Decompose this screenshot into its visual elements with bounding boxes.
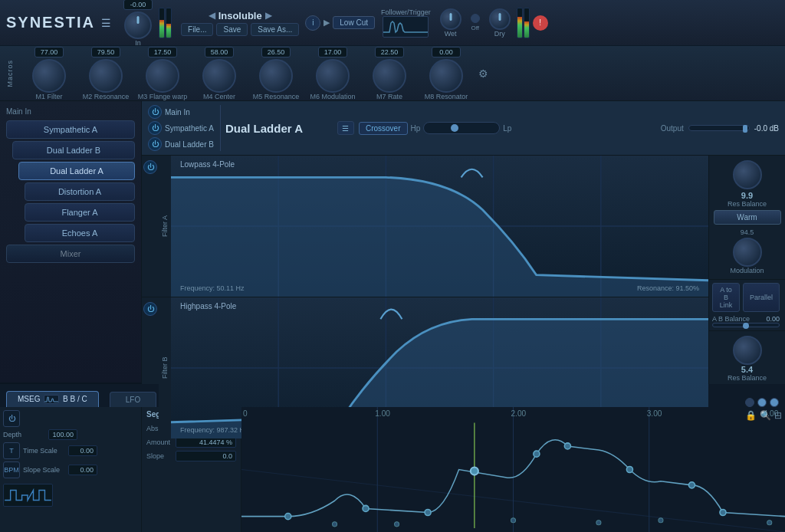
- macro-value-6: 17.00: [318, 47, 347, 57]
- sidebar-item-mixer[interactable]: Mixer: [6, 245, 135, 263]
- macro-knob-6: 17.00 M6 Modulation: [305, 47, 360, 100]
- menu-icon[interactable]: ☰: [101, 17, 111, 29]
- depth-label: Depth: [3, 431, 45, 438]
- power-sympathetic[interactable]: ⏻: [148, 121, 162, 135]
- svg-point-31: [395, 522, 399, 527]
- macro-circle-2[interactable]: [89, 59, 123, 93]
- trigger-dot-3[interactable]: [770, 398, 779, 407]
- zoom-icon[interactable]: 🔍: [760, 410, 771, 421]
- ab-balance-slider[interactable]: [712, 323, 780, 327]
- wet-knob-circle[interactable]: [440, 8, 461, 30]
- sidebar-item-dual-ladder-b[interactable]: Dual Ladder B: [12, 141, 135, 159]
- crossover-slider[interactable]: [423, 122, 500, 134]
- macro-circle-5[interactable]: [259, 59, 293, 93]
- macro-circle-7[interactable]: [373, 59, 406, 93]
- macros-label: Macros: [6, 60, 14, 87]
- power-filter-b[interactable]: ⏻: [143, 302, 157, 316]
- tab-lfo[interactable]: LFO: [110, 392, 156, 407]
- svg-text:3.00: 3.00: [647, 409, 662, 418]
- knob-in-label: In: [135, 39, 141, 47]
- lowcut-button[interactable]: Low Cut: [333, 16, 375, 29]
- power-filter-a[interactable]: ⏻: [143, 160, 157, 174]
- macro-knob-3: 17.50 M3 Flange warp: [135, 47, 190, 100]
- off-label: Off: [471, 25, 479, 31]
- info-button[interactable]: i: [305, 15, 320, 31]
- tab-mseg[interactable]: MSEG B B / C: [6, 391, 99, 407]
- parallel-button[interactable]: Parallel: [743, 283, 780, 312]
- left-controls: ⏻ Depth 100.00 T Time Scale 0.00 BPM Slo…: [0, 407, 142, 532]
- dry-knob-circle[interactable]: [489, 8, 511, 30]
- svg-point-29: [720, 509, 726, 515]
- main-in-knob: -0.00 In: [123, 0, 153, 47]
- macro-value-5: 26.50: [261, 47, 291, 57]
- modulation-a-knob[interactable]: [733, 238, 762, 267]
- file-button[interactable]: File...: [181, 23, 213, 36]
- macro-value-1: 77.00: [34, 47, 64, 57]
- sidebar-item-sympathetic-a[interactable]: Sympathetic A: [6, 120, 135, 139]
- filter-panel: ⏻ Main In ⏻ Sympathetic A ⏻ Dual Ladder …: [142, 101, 785, 383]
- warm-button[interactable]: Warm: [714, 210, 781, 225]
- ab-balance-value: 0.00: [766, 315, 780, 323]
- nav-left-arrow[interactable]: ◀: [209, 10, 215, 21]
- vu-right: [166, 8, 172, 38]
- macro-circle-1[interactable]: [32, 59, 66, 93]
- macro-knob-1: 77.00 M1 Filter: [21, 47, 77, 100]
- lp-label: Lp: [503, 124, 511, 133]
- filter-menu-button[interactable]: ☰: [337, 121, 354, 135]
- follower-label: Follower/Trigger: [381, 8, 431, 16]
- macro-circle-4[interactable]: [202, 59, 236, 93]
- macro-value-3: 17.50: [148, 47, 177, 57]
- power-dual-b[interactable]: ⏻: [148, 137, 162, 151]
- bpm-button[interactable]: BPM: [3, 461, 20, 478]
- output-slider[interactable]: [688, 125, 750, 131]
- hp-label: Hp: [411, 124, 421, 133]
- expand-icon[interactable]: ⊟: [774, 410, 782, 421]
- trigger-dot-1[interactable]: [745, 398, 754, 407]
- b-label: B: [63, 395, 68, 403]
- macro-circle-8[interactable]: [429, 59, 463, 93]
- filter-b-side-label: Filter B: [159, 297, 171, 438]
- link-parallel-buttons: A to B Link Parallel: [712, 283, 780, 312]
- nav-right-arrow[interactable]: ▶: [265, 10, 272, 21]
- svg-point-28: [688, 482, 695, 488]
- save-as-button[interactable]: Save As...: [251, 23, 299, 36]
- vu-left: [159, 8, 165, 38]
- res-balance-b-knob[interactable]: [733, 336, 762, 365]
- macro-label-3: M3 Flange warp: [138, 93, 188, 100]
- amount-label: Amount: [146, 438, 176, 446]
- alert-button[interactable]: !: [533, 15, 548, 31]
- svg-point-34: [659, 518, 663, 523]
- dry-label: Dry: [494, 30, 505, 38]
- crossover-button[interactable]: Crossover: [359, 122, 408, 135]
- knob-in-circle[interactable]: [124, 11, 152, 39]
- ab-balance-thumb: [743, 323, 749, 329]
- wet-label: Wet: [445, 30, 457, 38]
- res-balance-a-knob[interactable]: [733, 160, 762, 189]
- macro-circle-3[interactable]: [146, 59, 179, 93]
- gear-icon[interactable]: ⚙: [478, 67, 488, 80]
- off-dot[interactable]: [471, 14, 480, 23]
- a-to-b-link-button[interactable]: A to B Link: [712, 283, 740, 312]
- t-button[interactable]: T: [3, 442, 20, 459]
- power-button-main[interactable]: ⏻: [3, 410, 20, 427]
- sidebar-item-distortion-a[interactable]: Distortion A: [25, 182, 135, 201]
- nav-right-arrow2[interactable]: ▶: [324, 18, 330, 28]
- svg-point-27: [626, 466, 632, 472]
- sidebar-item-dual-ladder-a[interactable]: Dual Ladder A: [18, 162, 135, 180]
- amount-value: 41.4474 %: [176, 437, 236, 448]
- crossover-thumb: [451, 124, 458, 132]
- bpm-row: BPM Slope Scale 0.00: [3, 461, 138, 478]
- svg-point-32: [511, 518, 515, 523]
- envelope-controls: 🔒 🔍 ⊟: [745, 410, 782, 421]
- nav-arrows: ◀ Insoluble ▶: [209, 10, 272, 21]
- output-label: Output: [661, 124, 684, 133]
- sidebar-item-flanger-a[interactable]: Flanger A: [25, 203, 135, 222]
- macro-label-7: M7 Rate: [376, 93, 402, 100]
- macro-circle-6[interactable]: [316, 59, 350, 93]
- power-main-in[interactable]: ⏻: [148, 105, 162, 119]
- save-button[interactable]: Save: [216, 23, 248, 36]
- sidebar-item-echoes-a[interactable]: Echoes A: [25, 224, 135, 242]
- trigger-dot-2[interactable]: [757, 398, 767, 407]
- svg-point-30: [333, 522, 337, 527]
- lock-icon[interactable]: 🔒: [745, 410, 757, 421]
